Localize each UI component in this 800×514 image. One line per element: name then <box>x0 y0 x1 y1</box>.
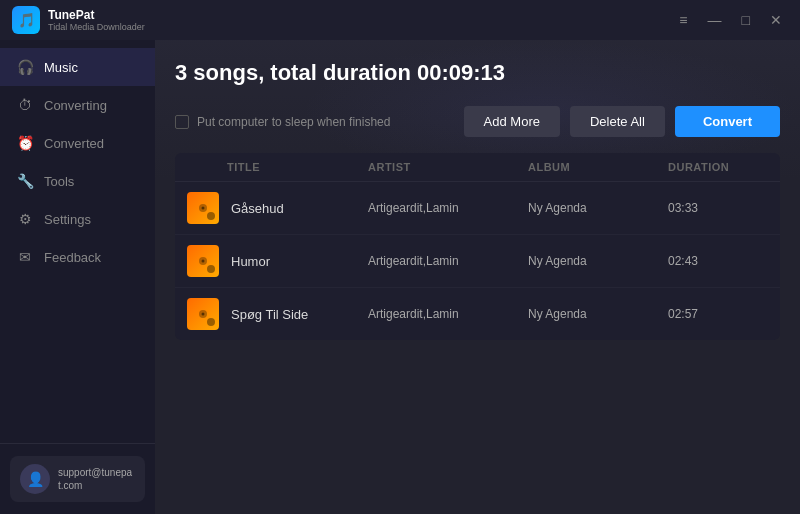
sidebar-item-converted[interactable]: ⏰ Converted <box>0 124 155 162</box>
track-duration-1: 03:33 <box>668 201 768 215</box>
col-header-album: ALBUM <box>528 161 668 173</box>
col-header-artist: ARTIST <box>368 161 528 173</box>
table-row[interactable]: Humor Artigeardit,Lamin Ny Agenda 02:43 <box>175 235 780 288</box>
sidebar-bottom: 👤 support@tunepat.com <box>0 443 155 514</box>
title-bar-left: 🎵 TunePat Tidal Media Downloader <box>12 6 145 34</box>
sidebar-item-settings[interactable]: ⚙ Settings <box>0 200 155 238</box>
content-area: 3 songs, total duration 00:09:13 Put com… <box>155 40 800 514</box>
track-title-1: Gåsehud <box>227 201 368 216</box>
sidebar-label-tools: Tools <box>44 174 74 189</box>
feedback-icon: ✉ <box>16 248 34 266</box>
sidebar-label-music: Music <box>44 60 78 75</box>
table-row[interactable]: Gåsehud Artigeardit,Lamin Ny Agenda 03:3… <box>175 182 780 235</box>
app-logo: 🎵 <box>12 6 40 34</box>
svg-point-3 <box>202 260 205 263</box>
convert-button[interactable]: Convert <box>675 106 780 137</box>
user-card[interactable]: 👤 support@tunepat.com <box>10 456 145 502</box>
page-title: 3 songs, total duration 00:09:13 <box>175 60 780 86</box>
sidebar-item-tools[interactable]: 🔧 Tools <box>0 162 155 200</box>
track-album-3: Ny Agenda <box>528 307 668 321</box>
user-avatar: 👤 <box>20 464 50 494</box>
user-email: support@tunepat.com <box>58 466 135 492</box>
track-artist-3: Artigeardit,Lamin <box>368 307 528 321</box>
sidebar-label-converting: Converting <box>44 98 107 113</box>
sidebar: 🎧 Music ⏱ Converting ⏰ Converted 🔧 Tools… <box>0 40 155 514</box>
sidebar-label-converted: Converted <box>44 136 104 151</box>
svg-point-1 <box>202 207 205 210</box>
track-title-2: Humor <box>227 254 368 269</box>
track-album-2: Ny Agenda <box>528 254 668 268</box>
main-layout: 🎧 Music ⏱ Converting ⏰ Converted 🔧 Tools… <box>0 40 800 514</box>
title-bar-text: TunePat Tidal Media Downloader <box>48 8 145 32</box>
maximize-btn[interactable]: □ <box>736 10 756 30</box>
sleep-label-text: Put computer to sleep when finished <box>197 115 390 129</box>
menu-btn[interactable]: ≡ <box>673 10 693 30</box>
minimize-btn[interactable]: — <box>702 10 728 30</box>
col-header-title: TITLE <box>227 161 368 173</box>
svg-point-5 <box>202 313 205 316</box>
add-more-button[interactable]: Add More <box>464 106 560 137</box>
close-btn[interactable]: ✕ <box>764 10 788 30</box>
track-title-3: Spøg Til Side <box>227 307 368 322</box>
track-thumbnail-1 <box>187 192 219 224</box>
window-controls: ≡ — □ ✕ <box>673 10 788 30</box>
sidebar-item-feedback[interactable]: ✉ Feedback <box>0 238 155 276</box>
tools-icon: 🔧 <box>16 172 34 190</box>
table-row[interactable]: Spøg Til Side Artigeardit,Lamin Ny Agend… <box>175 288 780 340</box>
track-thumbnail-2 <box>187 245 219 277</box>
track-thumbnail-3 <box>187 298 219 330</box>
converted-icon: ⏰ <box>16 134 34 152</box>
sidebar-item-music[interactable]: 🎧 Music <box>0 48 155 86</box>
app-name: TunePat <box>48 8 145 22</box>
sleep-checkbox-label[interactable]: Put computer to sleep when finished <box>175 115 390 129</box>
sleep-checkbox[interactable] <box>175 115 189 129</box>
track-duration-2: 02:43 <box>668 254 768 268</box>
col-header-thumb <box>187 161 227 173</box>
track-duration-3: 02:57 <box>668 307 768 321</box>
converting-icon: ⏱ <box>16 96 34 114</box>
tracks-table: TITLE ARTIST ALBUM DURATION Gåsehud Arti… <box>175 153 780 340</box>
track-artist-2: Artigeardit,Lamin <box>368 254 528 268</box>
title-bar: 🎵 TunePat Tidal Media Downloader ≡ — □ ✕ <box>0 0 800 40</box>
app-subtitle: Tidal Media Downloader <box>48 22 145 32</box>
music-icon: 🎧 <box>16 58 34 76</box>
track-artist-1: Artigeardit,Lamin <box>368 201 528 215</box>
track-album-1: Ny Agenda <box>528 201 668 215</box>
delete-all-button[interactable]: Delete All <box>570 106 665 137</box>
sidebar-item-converting[interactable]: ⏱ Converting <box>0 86 155 124</box>
toolbar-buttons: Add More Delete All Convert <box>464 106 780 137</box>
sidebar-label-feedback: Feedback <box>44 250 101 265</box>
settings-icon: ⚙ <box>16 210 34 228</box>
content-inner: 3 songs, total duration 00:09:13 Put com… <box>155 40 800 340</box>
col-header-duration: DURATION <box>668 161 768 173</box>
sidebar-label-settings: Settings <box>44 212 91 227</box>
table-header: TITLE ARTIST ALBUM DURATION <box>175 153 780 182</box>
toolbar: Put computer to sleep when finished Add … <box>175 106 780 137</box>
